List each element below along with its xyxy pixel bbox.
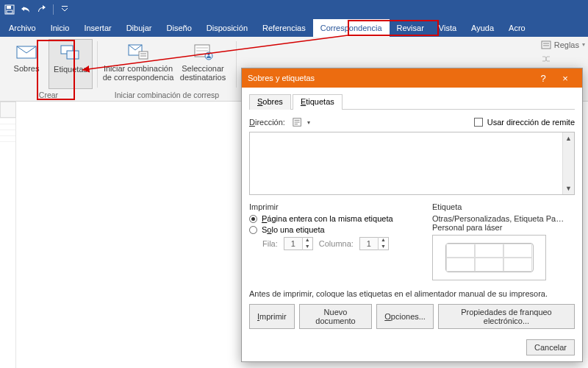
ruler-corner	[0, 102, 16, 118]
radio-solo-label: Solo una etiqueta	[262, 225, 325, 234]
tab-sobres-label: obres	[262, 97, 283, 106]
tab-acrobat[interactable]: Acro	[501, 19, 533, 37]
cancelar-button[interactable]: Cancelar	[526, 339, 575, 355]
columna-label: Columna:	[319, 239, 354, 248]
tab-disposicion[interactable]: Disposición	[199, 19, 255, 37]
iniciar-label: Iniciar combinación de correspondencia	[103, 64, 174, 82]
chevron-down-icon: ▾	[582, 41, 585, 48]
opciones-button[interactable]: Opciones...	[376, 304, 434, 329]
envelope-icon	[15, 42, 37, 61]
match-fields-button[interactable]	[541, 52, 585, 65]
radio-pagina-label: Página entera con la misma etiqueta	[262, 214, 393, 223]
tab-insertar[interactable]: Insertar	[76, 19, 118, 37]
ribbon-group-crear: Sobres Etiquetas Crear	[0, 37, 97, 101]
opciones-btn-rest: pciones...	[391, 312, 426, 321]
dialog-tab-etiquetas[interactable]: Etiquetas	[293, 94, 343, 110]
svg-rect-8	[139, 52, 148, 59]
etiqueta-title: Etiqueta	[432, 202, 575, 211]
etiqueta-panel: Etiqueta Otras/Personalizadas, Etiqueta …	[432, 202, 575, 280]
chevron-down-icon[interactable]: ▾	[307, 119, 310, 126]
imprimir-panel: Imprimir Página entera con la misma etiq…	[249, 202, 422, 280]
nuevo-documento-button[interactable]: Nuevo documento	[299, 304, 373, 329]
fila-spinner[interactable]: ▲▼	[284, 237, 313, 250]
textarea-scrollbar[interactable]: ▲ ▼	[562, 132, 574, 194]
imprimir-button[interactable]: Imprimir	[249, 304, 295, 329]
reglas-label: Reglas	[554, 40, 579, 49]
ribbon-tabs: Archivo Inicio Insertar Dibujar Diseño D…	[0, 19, 588, 37]
undo-icon[interactable]	[21, 4, 31, 15]
radio-solo-una[interactable]: Solo una etiqueta	[249, 225, 422, 234]
radio-pagina-entera[interactable]: Página entera con la misma etiqueta	[249, 214, 422, 223]
etiqueta-line1: Otras/Personalizadas, Etiqueta Pa…	[432, 214, 575, 223]
address-book-icon[interactable]	[293, 117, 303, 127]
match-icon	[541, 54, 551, 64]
svg-rect-6	[67, 51, 79, 59]
sobres-button[interactable]: Sobres	[4, 39, 49, 89]
dialog-tab-sobres[interactable]: Sobres	[249, 94, 291, 110]
dialog-close-button[interactable]: ×	[554, 73, 576, 84]
group-title-iniciar: Iniciar combinación de corresp	[102, 89, 232, 99]
svg-rect-3	[62, 6, 68, 7]
scroll-up-icon[interactable]: ▲	[563, 132, 574, 144]
tab-inicio[interactable]: Inicio	[43, 19, 77, 37]
etiqueta-line2: Personal para láser	[432, 223, 575, 232]
recipients-icon	[192, 42, 214, 61]
quick-access-toolbar	[0, 0, 588, 19]
save-icon[interactable]	[4, 4, 15, 15]
customize-qat-icon[interactable]	[60, 4, 70, 15]
columna-spinner[interactable]: ▲▼	[359, 237, 389, 250]
dialog-button-row: Imprimir Nuevo documento Opciones... Pro…	[249, 304, 575, 329]
dialog-help-button[interactable]: ?	[532, 73, 554, 84]
spin-up-icon[interactable]: ▲	[379, 237, 388, 244]
spin-down-icon[interactable]: ▼	[379, 244, 388, 250]
dialog-title-text: Sobres y etiquetas	[248, 74, 315, 82]
columna-input[interactable]	[360, 238, 378, 250]
seleccionar-label: Seleccionar destinatarios	[180, 64, 226, 82]
tab-vista[interactable]: Vista	[431, 19, 464, 37]
tab-archivo[interactable]: Archivo	[1, 19, 43, 37]
redo-icon[interactable]	[37, 4, 47, 15]
radio-icon	[249, 215, 257, 223]
svg-rect-2	[7, 10, 12, 13]
seleccionar-destinatarios-button[interactable]: Seleccionar destinatarios	[174, 39, 232, 89]
tab-diseno[interactable]: Diseño	[159, 19, 199, 37]
direccion-label: Dirección:	[249, 118, 285, 127]
iniciar-combinacion-button[interactable]: Iniciar combinación de correspondencia	[102, 39, 174, 89]
rules-icon	[541, 40, 551, 50]
tab-dibujar[interactable]: Dibujar	[119, 19, 159, 37]
spin-up-icon[interactable]: ▲	[303, 237, 312, 244]
reglas-button[interactable]: Reglas ▾	[541, 38, 585, 51]
scroll-down-icon[interactable]: ▼	[563, 183, 574, 194]
impresora-note: Antes de imprimir, coloque las etiquetas…	[249, 289, 575, 298]
group-title-crear: Crear	[4, 89, 93, 99]
propiedades-franqueo-button[interactable]: Propiedades de franqueo electrónico...	[438, 304, 575, 329]
checkbox-icon	[474, 118, 483, 127]
tab-etiquetas-label: tiquetas	[306, 97, 334, 106]
svg-rect-1	[7, 6, 11, 9]
sobres-label: Sobres	[14, 64, 40, 73]
tab-correspondencia[interactable]: Correspondencia	[313, 19, 390, 37]
ribbon-group-iniciar: Iniciar combinación de correspondencia S…	[98, 37, 236, 101]
svg-rect-12	[542, 41, 551, 49]
radio-icon	[249, 226, 257, 234]
dialog-tabs: Sobres Etiquetas	[249, 93, 575, 110]
tab-ayuda[interactable]: Ayuda	[464, 19, 501, 37]
etiqueta-preview[interactable]	[432, 235, 546, 280]
direccion-textarea[interactable]: ▲ ▼	[249, 132, 575, 195]
dialog-titlebar[interactable]: Sobres y etiquetas ? ×	[242, 68, 582, 88]
etiquetas-label: Etiquetas	[54, 65, 87, 74]
svg-point-11	[208, 54, 210, 56]
spin-down-icon[interactable]: ▼	[303, 244, 312, 250]
usar-remite-checkbox[interactable]: Usar dirección de remite	[474, 118, 575, 127]
dialog-sobres-etiquetas: Sobres y etiquetas ? × Sobres Etiquetas …	[241, 68, 583, 362]
tab-revisar[interactable]: Revisar	[390, 19, 431, 37]
labels-icon	[60, 43, 82, 62]
etiquetas-button[interactable]: Etiquetas	[49, 39, 93, 89]
tab-referencias[interactable]: Referencias	[255, 19, 313, 37]
imprimir-btn-rest: mprimir	[259, 312, 287, 321]
fila-input[interactable]	[284, 238, 302, 250]
qat-separator	[53, 4, 54, 15]
imprimir-title: Imprimir	[249, 202, 422, 211]
usar-remite-label: Usar dirección de remite	[487, 118, 575, 127]
mail-merge-icon	[127, 42, 149, 61]
